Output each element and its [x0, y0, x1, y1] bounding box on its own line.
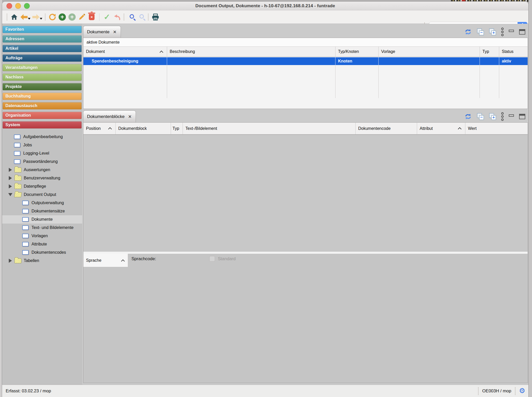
sidebar-item-buchhaltung[interactable]: Buchhaltung — [3, 93, 82, 100]
expand-arrow-icon[interactable] — [9, 259, 12, 263]
statusbar-created-text: Erfasst: 03.02.23 / mop — [2, 388, 474, 394]
sidebar-item-veranstaltungen[interactable]: Veranstaltungen — [3, 64, 82, 71]
expand-arrow-icon[interactable] — [9, 184, 12, 188]
tree-item-tabellen[interactable]: Tabellen — [2, 257, 82, 265]
sidebar-item-favoriten[interactable]: Favoriten — [3, 26, 82, 33]
sidebar-item-system[interactable]: System — [3, 121, 82, 129]
tree-item-document-output[interactable]: Document Output — [2, 190, 82, 199]
sort-asc-icon — [458, 127, 461, 131]
blocks-table-empty-area — [83, 134, 528, 252]
panel-refresh-icon[interactable] — [464, 28, 472, 36]
refresh-button[interactable] — [48, 13, 57, 21]
panel-maximize-icon[interactable] — [519, 29, 525, 35]
refresh-icon — [49, 13, 56, 21]
settings-gear-icon[interactable]: ⚙ — [519, 387, 525, 394]
column-header-typ[interactable]: Typ — [480, 47, 499, 57]
close-tab-icon[interactable]: × — [128, 114, 132, 120]
undo-button[interactable] — [112, 13, 122, 21]
tree-item-logging-level[interactable]: Logging-Level — [2, 149, 82, 157]
tab-dokumente[interactable]: Dokumente × — [83, 26, 121, 38]
column-header-dokumentblock[interactable]: Dokumentblock — [116, 123, 171, 134]
close-tab-icon[interactable]: × — [113, 29, 116, 35]
tree-item-text-und-bildelemente[interactable]: Text- und Bildelemente — [2, 224, 82, 232]
search-secondary-button[interactable] — [136, 13, 146, 21]
add-secondary-button[interactable]: + — [67, 13, 77, 21]
column-header-beschreibung[interactable]: Beschreibung — [167, 47, 335, 57]
titlebar: Document Output, Dokumente - h-10-67@192… — [2, 2, 528, 10]
panel-refresh-icon[interactable] — [464, 113, 472, 120]
background-window-sliver-left — [0, 0, 2, 397]
tree-item-passwortaenderung[interactable]: Passwortänderung — [2, 157, 82, 166]
expand-arrow-icon[interactable] — [9, 176, 12, 180]
language-section: Sprache Sprachcode: Standard — [83, 254, 528, 383]
tree-item-attribute[interactable]: Attribute — [2, 240, 82, 248]
zoom-window-button[interactable] — [24, 3, 30, 9]
column-header-vorlage[interactable]: Vorlage — [379, 47, 480, 57]
back-button[interactable] — [19, 13, 29, 21]
tree-item-vorlagen[interactable]: Vorlagen — [2, 232, 82, 240]
column-header-text-bildelement[interactable]: Text-/Bildelement — [183, 123, 356, 134]
delete-button[interactable]: × — [87, 13, 97, 21]
collapse-all-icon[interactable]: − — [477, 113, 484, 120]
search-secondary-icon — [139, 14, 144, 19]
collapse-all-icon[interactable]: − — [477, 28, 484, 35]
column-header-status[interactable]: Status — [499, 47, 528, 57]
toolbar-separator — [148, 14, 148, 20]
tree-item-benutzerverwaltung[interactable]: Benutzerverwaltung — [2, 174, 82, 182]
column-header-sprache[interactable]: Sprache — [83, 254, 128, 267]
collapse-arrow-icon[interactable] — [8, 193, 12, 196]
panel-minimize-icon[interactable] — [509, 114, 514, 117]
sidebar-item-nachlass[interactable]: Nachlass — [3, 74, 82, 81]
form-icon — [14, 151, 20, 156]
tree-item-dokumentencodes[interactable]: Dokumentencodes — [2, 248, 82, 257]
tree-item-auswertungen[interactable]: Auswertungen — [2, 166, 82, 174]
forward-button[interactable] — [31, 13, 41, 21]
close-window-button[interactable] — [6, 3, 12, 9]
column-header-attribut[interactable]: Attribut — [417, 123, 465, 134]
add-button[interactable]: + — [57, 13, 67, 21]
expand-arrow-icon[interactable] — [9, 168, 12, 172]
column-header-dokumentencode[interactable]: Dokumentencode — [356, 123, 417, 134]
print-button[interactable] — [151, 13, 160, 21]
column-header-dokument[interactable]: Dokument — [83, 47, 167, 57]
panel-maximize-icon[interactable] — [519, 114, 525, 119]
column-header-typ-knoten[interactable]: Typ/Knoten — [335, 47, 379, 57]
form-icon — [22, 201, 29, 205]
panel-toolbar: − + — [464, 27, 525, 37]
standard-checkbox[interactable] — [209, 256, 215, 262]
search-button[interactable] — [126, 13, 136, 21]
toolbar-separator — [45, 14, 45, 20]
tree-item-jobs[interactable]: Jobs — [2, 141, 82, 149]
expand-all-icon[interactable]: + — [489, 113, 496, 120]
minimize-window-button[interactable] — [15, 3, 21, 9]
panel-minimize-icon[interactable] — [509, 30, 514, 32]
sort-asc-icon — [160, 51, 163, 54]
edit-button[interactable] — [77, 13, 87, 21]
column-header-wert[interactable]: Wert — [465, 123, 528, 134]
table-row-selected[interactable]: Spendenbescheinigung Knoten aktiv — [83, 57, 528, 65]
column-header-typ[interactable]: Typ — [171, 123, 183, 134]
cell-typ-knoten: Knoten — [335, 57, 379, 65]
panel-menu-icon[interactable] — [501, 28, 504, 36]
sidebar-item-datenaustausch[interactable]: Datenaustausch — [3, 102, 82, 109]
tab-dokumentenbloecke[interactable]: Dokumentenblöcke × — [83, 110, 136, 122]
system-tree: Aufgabenbearbeitung Jobs Logging-Level P… — [2, 133, 82, 265]
form-icon — [22, 217, 29, 222]
sidebar-item-adressen[interactable]: Adressen — [3, 35, 82, 43]
sidebar-item-organisation[interactable]: Organisation — [3, 112, 82, 119]
tree-item-dokumentensaetze[interactable]: Dokumentensätze — [2, 207, 82, 215]
panel-menu-icon[interactable] — [501, 112, 504, 121]
tree-item-dokumente[interactable]: Dokumente — [2, 215, 82, 224]
tree-item-datenpflege[interactable]: Datenpflege — [2, 182, 82, 190]
expand-all-icon[interactable]: + — [489, 28, 496, 35]
tree-item-aufgabenbearbeitung[interactable]: Aufgabenbearbeitung — [2, 133, 82, 141]
tree-item-outputverwaltung[interactable]: Outputverwaltung — [2, 199, 82, 207]
sidebar-item-projekte[interactable]: Projekte — [3, 83, 82, 90]
sidebar-item-auftraege[interactable]: Aufträge — [3, 54, 82, 62]
standard-checkbox-label: Standard — [218, 256, 236, 261]
sidebar-item-artikel[interactable]: Artikel — [3, 45, 82, 52]
column-header-position[interactable]: Position — [83, 123, 116, 134]
home-button[interactable] — [9, 13, 19, 21]
confirm-button[interactable]: ✓ — [102, 13, 112, 21]
search-icon — [130, 14, 134, 19]
